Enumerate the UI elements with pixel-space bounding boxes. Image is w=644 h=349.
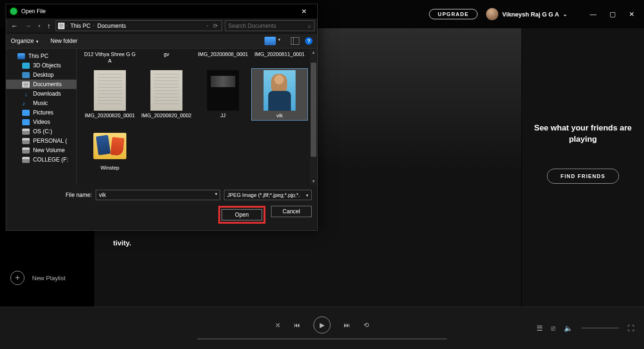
- folder-icon: [58, 23, 65, 29]
- new-folder-button[interactable]: New folder: [50, 38, 77, 44]
- tree-item-label: Pictures: [33, 109, 53, 116]
- preview-pane-button[interactable]: [291, 37, 299, 45]
- tree-item-this-pc[interactable]: This PC: [6, 51, 76, 61]
- progress-bar[interactable]: [197, 338, 447, 340]
- folder-tree[interactable]: This PC3D ObjectsDesktopDocuments↓Downlo…: [6, 49, 77, 185]
- path-dropdown-icon[interactable]: ⌄: [206, 23, 209, 29]
- chevron-right-icon: ›: [66, 24, 68, 28]
- tree-item-label: COLLEGE (F:: [33, 156, 68, 163]
- previous-button[interactable]: ⏮: [294, 321, 300, 329]
- dl-icon: ↓: [22, 91, 30, 97]
- cancel-button[interactable]: Cancel: [271, 206, 312, 217]
- path-segment-folder[interactable]: Documents: [97, 23, 127, 29]
- desk-icon: [22, 72, 30, 78]
- file-label: Winstep: [83, 165, 137, 171]
- tutorial-highlight: Open: [218, 206, 265, 224]
- scrollbar-thumb[interactable]: [311, 63, 316, 157]
- window-controls: — ▢ ✕: [590, 10, 635, 18]
- file-item[interactable]: vik: [251, 68, 308, 121]
- tree-item-personal-[interactable]: PERSONAL (: [6, 136, 76, 146]
- tree-item-3d-objects[interactable]: 3D Objects: [6, 61, 76, 70]
- nav-forward-button[interactable]: →: [23, 22, 33, 30]
- fullscreen-icon[interactable]: ⛶: [627, 324, 635, 332]
- user-menu[interactable]: Vikneysh Raj G G A ⌄: [486, 8, 567, 20]
- scrollbar[interactable]: ▲ ▼: [310, 49, 317, 185]
- find-friends-button[interactable]: FIND FRIENDS: [547, 169, 619, 184]
- file-item[interactable]: D12 Vithya Shree G G A: [82, 51, 138, 66]
- file-item[interactable]: IMG_20200820_0001: [82, 68, 138, 121]
- file-item[interactable]: IMG_20200811_0001: [251, 51, 308, 66]
- tree-item-college-f-[interactable]: COLLEGE (F:: [6, 155, 76, 164]
- file-label: IMG_20200820_0001: [83, 113, 137, 119]
- queue-icon[interactable]: ☰: [537, 324, 543, 333]
- file-label: IMG_20200808_0001: [196, 51, 250, 58]
- tree-item-videos[interactable]: Videos: [6, 117, 76, 127]
- scroll-up-arrow[interactable]: ▲: [310, 49, 317, 56]
- search-box[interactable]: ⌕: [225, 20, 314, 31]
- shuffle-button[interactable]: ⤨: [275, 321, 281, 329]
- maximize-button[interactable]: ▢: [610, 10, 616, 18]
- open-file-dialog: Open File ✕ ← → ▾ ↑ › This PC › Document…: [6, 4, 318, 231]
- new-playlist-button[interactable]: + New Playlist: [10, 271, 66, 285]
- minimize-button[interactable]: —: [590, 10, 596, 18]
- file-item[interactable]: Winstep: [82, 122, 138, 173]
- file-item[interactable]: JJ: [195, 68, 251, 121]
- nav-back-button[interactable]: ←: [9, 22, 20, 30]
- nav-recent-button[interactable]: ▾: [36, 24, 42, 28]
- tree-item-pictures[interactable]: Pictures: [6, 108, 76, 117]
- volume-slider[interactable]: [581, 327, 619, 329]
- upgrade-button[interactable]: UPGRADE: [429, 9, 478, 19]
- tree-item-music[interactable]: ♪Music: [6, 98, 76, 108]
- play-button[interactable]: ▶: [314, 317, 330, 333]
- refresh-button[interactable]: ⟳: [213, 23, 218, 29]
- search-input[interactable]: [228, 23, 308, 29]
- devices-icon[interactable]: ⎚: [551, 324, 555, 332]
- tree-item-new-volume[interactable]: New Volume: [6, 146, 76, 155]
- close-button[interactable]: ✕: [629, 10, 635, 18]
- file-item[interactable]: IMG_20200820_0002: [138, 68, 195, 121]
- tree-item-label: New Volume: [33, 147, 65, 154]
- open-button[interactable]: Open: [222, 209, 262, 220]
- file-thumbnail: [93, 133, 126, 159]
- plus-icon: +: [10, 271, 25, 285]
- volume-icon[interactable]: 🔈: [564, 324, 573, 333]
- file-list[interactable]: D12 Vithya Shree G G AgvIMG_20200808_000…: [77, 49, 317, 185]
- 3d-icon: [22, 63, 30, 69]
- filename-label: File name:: [12, 192, 92, 198]
- file-item[interactable]: gv: [138, 51, 195, 66]
- file-thumbnail: [94, 70, 126, 111]
- file-label: gv: [139, 51, 194, 58]
- chevron-right-icon: ›: [93, 24, 95, 28]
- tree-item-label: OS (C:): [33, 128, 52, 135]
- drive-icon: [22, 138, 30, 144]
- file-label: IMG_20200811_0001: [252, 51, 307, 58]
- chevron-down-icon: ⌄: [563, 11, 567, 17]
- file-label: D12 Vithya Shree G G A: [83, 51, 137, 65]
- filename-input[interactable]: [96, 190, 220, 200]
- path-segment-root[interactable]: This PC: [69, 23, 91, 29]
- help-button[interactable]: ?: [305, 37, 313, 45]
- organize-menu[interactable]: Organize ▼: [11, 38, 39, 44]
- drive-icon: [22, 157, 30, 163]
- avatar: [486, 8, 498, 20]
- dialog-titlebar[interactable]: Open File ✕: [6, 4, 317, 18]
- pc-icon: [17, 53, 25, 59]
- tree-item-desktop[interactable]: Desktop: [6, 70, 76, 80]
- tree-item-os-c-[interactable]: OS (C:): [6, 127, 76, 136]
- tree-item-documents[interactable]: Documents: [6, 80, 76, 89]
- dialog-body: This PC3D ObjectsDesktopDocuments↓Downlo…: [6, 49, 317, 185]
- address-bar[interactable]: › This PC › Documents ⌄ ⟳: [56, 20, 223, 31]
- nav-up-button[interactable]: ↑: [45, 22, 53, 30]
- file-item[interactable]: IMG_20200808_0001: [195, 51, 251, 66]
- view-options-button[interactable]: [264, 37, 276, 45]
- dialog-close-button[interactable]: ✕: [295, 8, 314, 15]
- filetype-select[interactable]: JPEG Image (*.jfif;*.jpeg;*.pjp;*.: [224, 190, 312, 200]
- next-button[interactable]: ⏭: [344, 321, 350, 329]
- file-label: JJ: [196, 113, 250, 119]
- scroll-down-arrow[interactable]: ▼: [310, 178, 317, 185]
- music-icon: ♪: [22, 100, 30, 106]
- vid-icon: [22, 119, 30, 125]
- friends-panel: See what your friends are playing FIND F…: [521, 28, 644, 307]
- repeat-button[interactable]: ⟲: [363, 321, 369, 329]
- tree-item-downloads[interactable]: ↓Downloads: [6, 89, 76, 98]
